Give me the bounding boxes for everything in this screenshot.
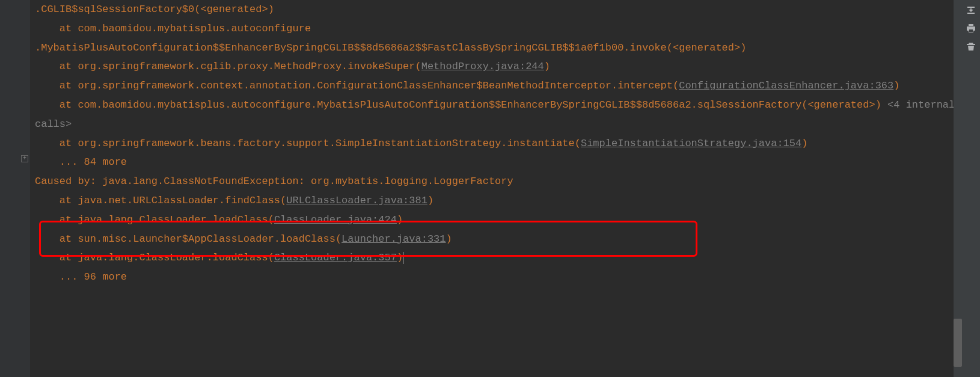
source-link[interactable]: URLClassLoader.java:381 [286, 195, 427, 206]
stack-trace-line: <generated>) [673, 42, 746, 54]
scroll-to-end-icon[interactable] [966, 5, 976, 16]
source-link[interactable]: ClassLoader.java:357 [274, 252, 397, 263]
source-link[interactable]: MethodProxy.java:244 [421, 61, 544, 72]
stack-trace-line: at java.net.URLClassLoader.findClass( [35, 195, 286, 206]
stack-trace-line: at com.baomidou.mybatisplus.autoconfigur… [35, 23, 311, 34]
source-link[interactable]: ClassLoader.java:424 [274, 214, 397, 225]
clear-icon[interactable] [966, 41, 976, 52]
stack-trace-line: <generated>) [807, 99, 881, 111]
console-toolbar [962, 0, 980, 377]
stack-trace-line: ) [397, 252, 403, 263]
console-output[interactable]: .CGLIB$sqlSessionFactory$0(<generated>) … [30, 0, 962, 377]
source-link[interactable]: SimpleInstantiationStrategy.java:154 [581, 138, 801, 149]
stack-trace-line: at org.springframework.context.annotatio… [35, 80, 679, 91]
console-gutter: + [0, 0, 30, 377]
stack-trace-line: ... 84 more [35, 156, 127, 168]
stack-trace-line: ) [397, 214, 403, 225]
stack-trace-line: Caused by: java.lang.ClassNotFoundExcept… [35, 176, 513, 187]
stack-trace-line: ) [427, 195, 433, 206]
stack-trace-line: at sun.misc.Launcher$AppClassLoader.load… [35, 233, 341, 245]
source-link[interactable]: Launcher.java:331 [341, 233, 446, 245]
stack-trace-line: <generated>) [200, 4, 274, 15]
stack-trace-line: ) [544, 61, 550, 72]
expand-fold-marker[interactable]: + [21, 155, 28, 162]
print-icon[interactable] [966, 23, 976, 34]
stack-trace-line: ) [446, 233, 452, 245]
stack-trace-line: ) [801, 138, 807, 149]
stack-trace-line: at java.lang.ClassLoader.loadClass( [35, 214, 274, 225]
stack-trace-line: ) [893, 80, 899, 91]
stack-trace-line: .CGLIB$sqlSessionFactory$0( [35, 4, 200, 15]
stack-trace-line: at org.springframework.cglib.proxy.Metho… [35, 61, 421, 72]
ide-console-panel: + .CGLIB$sqlSessionFactory$0(<generated>… [0, 0, 980, 377]
stack-trace-line: at java.lang.ClassLoader.loadClass( [35, 252, 274, 263]
stack-trace-line: .MybatisPlusAutoConfiguration$$EnhancerB… [35, 42, 673, 54]
source-link[interactable]: ConfigurationClassEnhancer.java:363 [679, 80, 893, 91]
text-cursor [403, 252, 403, 264]
stack-trace-line: at com.baomidou.mybatisplus.autoconfigur… [35, 99, 807, 111]
scrollbar-track[interactable] [954, 0, 962, 377]
stack-trace-line: ... 96 more [35, 271, 127, 283]
scrollbar-thumb[interactable] [954, 319, 962, 367]
stack-trace-line: at org.springframework.beans.factory.sup… [35, 138, 581, 149]
